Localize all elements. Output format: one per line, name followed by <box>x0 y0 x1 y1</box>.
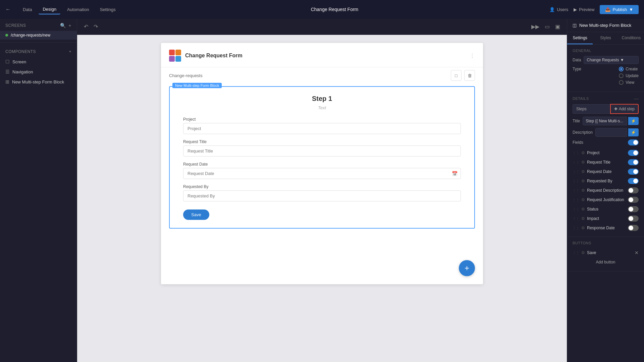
field-gear-request-description[interactable]: ⚙ <box>581 188 585 193</box>
field-drag-request-title[interactable]: ⋮⋮ <box>573 161 579 164</box>
field-item-status: ⋮⋮ ⚙ Status <box>573 204 639 214</box>
field-toggle-response-date[interactable] <box>628 225 639 231</box>
field-drag-response-date[interactable]: ⋮⋮ <box>573 226 579 230</box>
breadcrumb: Change-requests <box>169 73 203 78</box>
field-toggle-request-date[interactable] <box>628 169 639 175</box>
field-drag-request-description[interactable]: ⋮⋮ <box>573 189 579 192</box>
preview-button[interactable]: ▶ Preview <box>574 7 594 12</box>
field-toggle-requested-by[interactable] <box>628 178 639 184</box>
radio-update-dot <box>619 73 624 78</box>
back-button[interactable]: ← <box>5 6 11 12</box>
general-label: GENERAL <box>573 49 639 53</box>
sidebar-divider <box>0 42 77 43</box>
field-item-impact: ⋮⋮ ⚙ Impact <box>573 214 639 223</box>
field-request-title-input[interactable] <box>183 145 461 157</box>
type-create[interactable]: Create <box>619 67 639 71</box>
delete-button[interactable]: 🗑 <box>464 70 475 81</box>
field-request-date-input[interactable] <box>183 168 461 179</box>
component-item-multistep[interactable]: ⊞ New Multi-step Form Block <box>0 77 77 87</box>
field-drag-requested-by[interactable]: ⋮⋮ <box>573 179 579 183</box>
field-gear-request-justification[interactable]: ⚙ <box>581 197 585 202</box>
duplicate-button[interactable]: □ <box>451 70 462 81</box>
field-drag-request-date[interactable]: ⋮⋮ <box>573 170 579 174</box>
description-flash-button[interactable]: ⚡ <box>628 128 639 136</box>
type-view[interactable]: View <box>619 80 639 85</box>
save-button[interactable]: Save <box>183 209 209 220</box>
field-toggle-project[interactable] <box>628 150 639 156</box>
field-gear-status[interactable]: ⚙ <box>581 207 585 212</box>
form-logo <box>169 50 181 62</box>
field-request-title-label: Request Title <box>183 139 461 144</box>
details-collapse-icon[interactable]: ― <box>634 96 639 101</box>
title-flash-button[interactable]: ⚡ <box>628 117 639 125</box>
data-label: Data <box>573 58 581 62</box>
field-gear-project[interactable]: ⚙ <box>581 150 585 155</box>
field-gear-request-date[interactable]: ⚙ <box>581 169 585 174</box>
redo-button[interactable]: ↷ <box>92 22 99 31</box>
nav-tab-settings[interactable]: Settings <box>96 5 120 14</box>
form-title: Change Request Form <box>185 53 243 59</box>
screens-section-header: Screens 🔍 + <box>0 19 77 31</box>
tab-conditions[interactable]: Conditions <box>619 32 644 44</box>
field-drag-project[interactable]: ⋮⋮ <box>573 151 579 155</box>
nav-tab-design[interactable]: Design <box>39 5 60 14</box>
nav-tab-automation[interactable]: Automation <box>63 5 93 14</box>
steps-button[interactable]: Steps <box>573 104 610 114</box>
field-toggle-request-justification[interactable] <box>628 197 639 203</box>
mobile-view-button[interactable]: ▣ <box>554 22 561 31</box>
tablet-view-button[interactable]: ▭ <box>543 22 551 31</box>
button-gear-save[interactable]: ⚙ <box>581 250 585 255</box>
field-gear-request-title[interactable]: ⚙ <box>581 160 585 165</box>
desktop-view-button[interactable]: ▶▶ <box>530 22 541 31</box>
button-close-save[interactable]: ✕ <box>635 250 639 255</box>
field-request-date: Request Date 📅 <box>183 162 461 179</box>
title-input-wrapper: Step {{ New Multi-s... ⚡ <box>583 117 639 125</box>
field-toggle-status[interactable] <box>628 206 639 212</box>
field-project-input[interactable] <box>183 123 461 134</box>
field-gear-requested-by[interactable]: ⚙ <box>581 179 585 183</box>
component-item-screen[interactable]: ☐ Screen <box>0 57 77 67</box>
add-component-icon[interactable]: + <box>69 49 71 54</box>
search-icon[interactable]: 🔍 <box>60 23 66 28</box>
undo-button[interactable]: ↶ <box>83 22 90 31</box>
tab-settings[interactable]: Settings <box>567 32 593 44</box>
add-screen-icon[interactable]: + <box>68 23 71 28</box>
data-select[interactable]: Change Requests ▼ <box>584 56 639 64</box>
page-title: Change Request Form <box>128 7 542 12</box>
screen-active-dot <box>5 34 8 37</box>
field-gear-response-date[interactable]: ⚙ <box>581 226 585 230</box>
field-toggle-impact[interactable] <box>628 216 639 222</box>
publish-icon: 📤 <box>605 7 610 12</box>
field-requested-by: Requested By <box>183 184 461 201</box>
fields-toggle[interactable] <box>628 139 639 145</box>
details-section: DETAILS ― Steps ✚ Add step Title Step {{… <box>567 92 644 237</box>
component-item-navigation[interactable]: ☰ Navigation <box>0 67 77 77</box>
add-button-row[interactable]: Add button <box>573 257 639 267</box>
field-toggle-request-title[interactable] <box>628 159 639 165</box>
field-drag-request-justification[interactable]: ⋮⋮ <box>573 198 579 202</box>
publish-button[interactable]: 📤 Publish ▼ <box>600 5 639 14</box>
field-drag-status[interactable]: ⋮⋮ <box>573 207 579 211</box>
users-button[interactable]: 👤 Users <box>549 7 568 12</box>
screen-component-icon: ☐ <box>5 59 10 64</box>
screen-item[interactable]: /change-requests/new <box>0 31 77 40</box>
button-drag-save[interactable]: ⋮⋮ <box>573 251 579 255</box>
data-row: Data Change Requests ▼ <box>573 56 639 64</box>
field-toggle-request-description[interactable] <box>628 187 639 193</box>
tab-styles[interactable]: Styles <box>593 32 618 44</box>
field-drag-impact[interactable]: ⋮⋮ <box>573 217 579 221</box>
fab-button[interactable]: + <box>459 260 475 276</box>
field-gear-impact[interactable]: ⚙ <box>581 216 585 221</box>
form-grid-icon[interactable]: ⋮ <box>470 53 475 59</box>
field-requested-by-input[interactable] <box>183 190 461 201</box>
nav-tab-data[interactable]: Data <box>19 5 36 14</box>
svg-rect-3 <box>175 56 181 62</box>
field-item-request-justification: ⋮⋮ ⚙ Request Justification <box>573 195 639 204</box>
fields-header-row: Fields <box>573 139 639 145</box>
title-input[interactable]: Step {{ New Multi-s... <box>583 117 627 125</box>
canvas-area: ↶ ↷ ▶▶ ▭ ▣ Change Request Form <box>77 19 567 362</box>
type-update[interactable]: Update <box>619 73 639 78</box>
add-step-button[interactable]: ✚ Add step <box>610 104 639 114</box>
field-item-request-description: ⋮⋮ ⚙ Request Description <box>573 186 639 195</box>
description-input[interactable] <box>595 128 627 137</box>
